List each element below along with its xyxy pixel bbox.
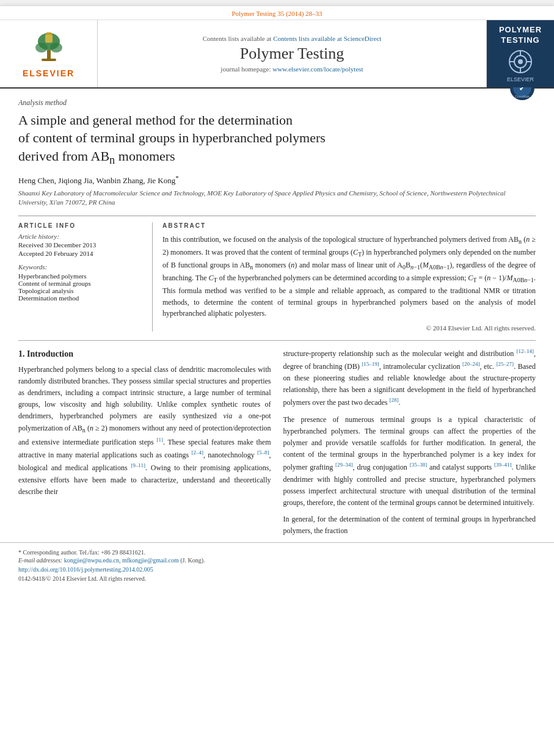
keywords-label: Keywords: [18,263,142,271]
abstract-col: ABSTRACT In this contribution, we focuse… [162,222,536,331]
content-right: structure-property relationship such as … [283,347,536,542]
elsevier-logo: ELSEVIER [0,20,98,87]
sciencedirect-line: Contents lists available at Contents lis… [203,35,382,42]
email-addresses: kongjie@nwpu.edu.cn, mfkongjie@gmail.com… [64,557,205,564]
intro-paragraph2: structure-property relationship such as … [283,347,536,409]
journal-header: ELSEVIER Contents lists available at Con… [0,20,554,89]
journal-citation: Polymer Testing 35 (2014) 28–33 [0,6,554,20]
svg-text:CrossMark: CrossMark [515,95,530,98]
issn-line: 0142-9418/© 2014 Elsevier Ltd. All right… [18,575,536,582]
article-title: A simple and general method for the dete… [18,111,434,169]
intro-paragraph4: In general, for the determination of the… [283,514,536,537]
article-history: Article history: Received 30 December 20… [18,233,142,257]
svg-point-9 [518,59,523,64]
journal-logo-text: POLYMER TESTING [499,25,542,46]
email-footnote: E-mail addresses: kongjie@nwpu.edu.cn, m… [18,557,536,564]
elsevier-brand: ELSEVIER [23,68,75,78]
affiliation: Shaanxi Key Laboratory of Macromolecular… [18,189,536,208]
keyword-4: Determination method [18,294,142,302]
svg-rect-6 [46,32,51,35]
authors: Heng Chen, Jiqiong Jia, Wanbin Zhang, Ji… [18,174,536,186]
journal-logo-box: POLYMER TESTING ELSEVIER [487,20,554,87]
abstract-text: In this contribution, we focused on the … [162,234,536,319]
journal-title: Polymer Testing [240,45,344,63]
received-date: Received 30 December 2013 [18,241,142,249]
copyright-line: © 2014 Elsevier Ltd. All rights reserved… [162,324,536,332]
svg-point-2 [50,43,62,53]
intro-paragraph3: The presence of numerous terminal groups… [283,414,536,509]
homepage-url[interactable]: www.elsevier.com/locate/polytest [272,65,363,73]
page-footer: * Corresponding author. Tel./fax: +86 29… [0,542,554,587]
email-label: E-mail addresses: [18,557,62,564]
corresponding-author: * Corresponding author. Tel./fax: +86 29… [18,549,536,556]
keywords-block: Keywords: Hyperbranched polymers Content… [18,263,142,302]
main-content: 1. Introduction Hyperbranched polymers b… [0,347,554,542]
doi-link[interactable]: http://dx.doi.org/10.1016/j.polymertesti… [18,566,153,573]
content-left: 1. Introduction Hyperbranched polymers b… [18,347,271,542]
article-type: Analysis method [18,98,536,107]
doi-line: http://dx.doi.org/10.1016/j.polymertesti… [18,566,536,573]
keyword-2: Content of terminal groups [18,280,142,287]
svg-rect-3 [47,50,51,60]
sciencedirect-link[interactable]: Contents lists available at ScienceDirec… [273,35,381,42]
intro-paragraph1: Hyperbranched polymers belong to a speci… [18,364,271,498]
history-label: Article history: [18,233,142,240]
abstract-title: ABSTRACT [162,222,536,229]
polymer-testing-logo-icon [502,49,539,74]
section-divider [18,340,536,341]
page: Polymer Testing 35 (2014) 28–33 ELSEVIER… [0,6,554,756]
svg-point-1 [35,43,48,53]
keyword-1: Hyperbranched polymers [18,272,142,280]
accepted-date: Accepted 20 February 2014 [18,250,142,257]
intro-heading: 1. Introduction [18,349,271,359]
article-info: ARTICLE INFO Article history: Received 3… [18,222,153,331]
citation-text: Polymer Testing 35 (2014) 28–33 [231,10,322,17]
svg-rect-4 [42,59,56,61]
article-section: Analysis method ✓ CrossMark A simple and… [0,89,554,332]
keyword-3: Topological analysis [18,287,142,294]
journal-center: Contents lists available at Contents lis… [98,20,487,87]
journal-logo-sub: ELSEVIER [507,76,534,82]
journal-homepage: journal homepage: www.elsevier.com/locat… [221,65,363,73]
svg-rect-5 [45,34,53,43]
article-info-title: ARTICLE INFO [18,222,142,229]
article-info-abstract: ARTICLE INFO Article history: Received 3… [18,216,536,331]
elsevier-tree-icon [24,29,73,66]
